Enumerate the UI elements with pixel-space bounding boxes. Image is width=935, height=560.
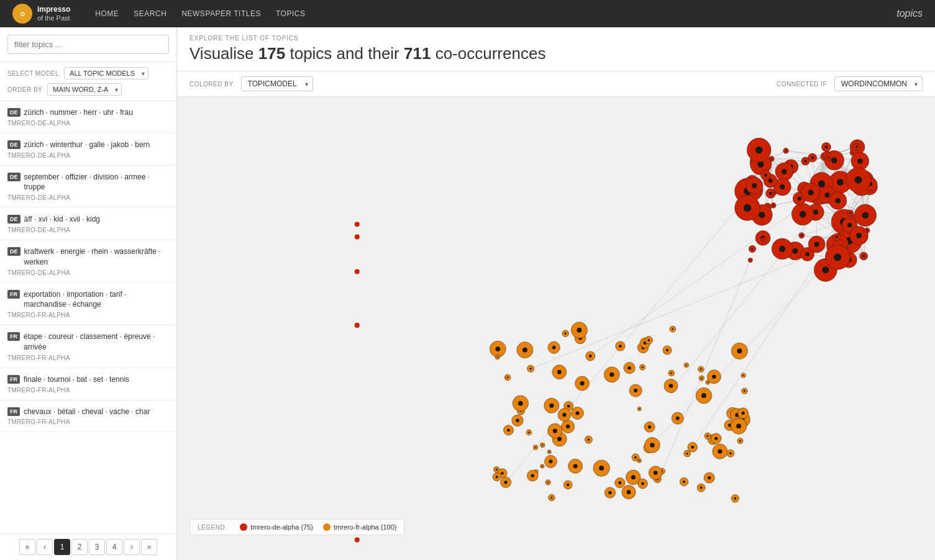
nav-topics[interactable]: TOPICS xyxy=(276,9,305,18)
node[interactable] xyxy=(500,477,511,487)
page-next-btn[interactable]: › xyxy=(124,539,140,555)
isolated-node[interactable] xyxy=(355,538,360,543)
nav-home[interactable]: HOME xyxy=(95,9,119,18)
node[interactable] xyxy=(731,418,747,434)
node[interactable] xyxy=(545,480,550,485)
node[interactable] xyxy=(575,376,590,391)
nav-newspaper-titles[interactable]: NEWSPAPER TITLES xyxy=(181,9,261,18)
node[interactable] xyxy=(684,450,691,457)
node[interactable] xyxy=(847,210,854,216)
node[interactable] xyxy=(544,455,557,467)
node[interactable] xyxy=(549,494,555,501)
node[interactable] xyxy=(664,379,678,393)
node[interactable] xyxy=(684,363,689,368)
node[interactable] xyxy=(731,495,739,503)
node[interactable] xyxy=(851,152,869,170)
page-btn-2[interactable]: 2 xyxy=(71,539,88,555)
node[interactable] xyxy=(825,245,850,269)
node[interactable] xyxy=(696,387,712,404)
node[interactable] xyxy=(711,433,721,444)
node[interactable] xyxy=(568,459,583,473)
node[interactable] xyxy=(697,484,705,492)
node[interactable] xyxy=(799,233,805,238)
node[interactable] xyxy=(791,203,813,225)
node[interactable] xyxy=(649,466,662,480)
node[interactable] xyxy=(563,481,572,489)
node[interactable] xyxy=(846,168,871,192)
node[interactable] xyxy=(735,196,760,221)
isolated-node[interactable] xyxy=(355,222,360,227)
node[interactable] xyxy=(705,433,711,439)
node[interactable] xyxy=(801,183,821,202)
node[interactable] xyxy=(738,408,749,418)
node[interactable] xyxy=(624,363,635,374)
node[interactable] xyxy=(853,143,860,150)
node[interactable] xyxy=(760,170,770,180)
node[interactable] xyxy=(540,464,544,468)
node[interactable] xyxy=(548,341,560,353)
node[interactable] xyxy=(512,415,523,426)
node[interactable] xyxy=(513,395,528,411)
node[interactable] xyxy=(571,407,583,420)
node[interactable] xyxy=(622,485,636,499)
node[interactable] xyxy=(808,153,817,162)
node[interactable] xyxy=(688,442,698,452)
topic-item[interactable]: FR finale · tournoi · bat · set · tennis… xyxy=(0,368,176,400)
node[interactable] xyxy=(637,459,642,463)
node[interactable] xyxy=(558,409,571,422)
node[interactable] xyxy=(495,355,500,359)
topic-item[interactable]: FR exportation · importation · tarif · m… xyxy=(0,283,176,326)
node[interactable] xyxy=(615,477,625,487)
node[interactable] xyxy=(668,370,675,376)
node[interactable] xyxy=(731,343,747,359)
node[interactable] xyxy=(533,445,538,450)
connected-if-select[interactable]: WORDINCOMMON xyxy=(834,76,923,91)
node[interactable] xyxy=(604,367,619,382)
node[interactable] xyxy=(544,398,559,413)
topic-item[interactable]: DE kraftwerk · energie · rhein · wasserk… xyxy=(0,240,176,283)
node[interactable] xyxy=(737,438,743,444)
node[interactable] xyxy=(517,342,533,358)
node[interactable] xyxy=(783,148,789,153)
topic-item[interactable]: DE zürich · nummer · herr · uhr · frau T… xyxy=(0,101,176,133)
filter-input[interactable] xyxy=(7,35,169,54)
node[interactable] xyxy=(741,373,746,378)
node[interactable] xyxy=(772,238,793,260)
node[interactable] xyxy=(585,436,592,443)
node[interactable] xyxy=(562,330,569,337)
page-last-btn[interactable]: » xyxy=(141,539,157,555)
node[interactable] xyxy=(638,479,648,489)
node[interactable] xyxy=(699,376,704,381)
node[interactable] xyxy=(727,449,734,457)
node[interactable] xyxy=(748,258,752,262)
node[interactable] xyxy=(503,425,513,435)
nav-search[interactable]: SEARCH xyxy=(134,9,166,18)
node[interactable] xyxy=(547,450,551,454)
node[interactable] xyxy=(644,422,655,432)
node[interactable] xyxy=(593,460,609,476)
node[interactable] xyxy=(713,444,727,459)
node[interactable] xyxy=(854,204,876,226)
node[interactable] xyxy=(746,177,763,194)
node[interactable] xyxy=(493,473,501,481)
page-first-btn[interactable]: « xyxy=(19,539,35,555)
node[interactable] xyxy=(504,374,511,381)
node[interactable] xyxy=(527,470,538,481)
order-by-select[interactable]: MAIN WORD, Z-A xyxy=(47,83,122,96)
node[interactable] xyxy=(670,326,676,332)
node[interactable] xyxy=(639,364,645,370)
page-btn-3[interactable]: 3 xyxy=(89,539,105,555)
page-btn-4[interactable]: 4 xyxy=(106,539,122,555)
node[interactable] xyxy=(742,388,748,394)
node[interactable] xyxy=(645,438,660,453)
isolated-node[interactable] xyxy=(355,323,360,328)
node[interactable] xyxy=(821,142,831,151)
colored-by-select[interactable]: TOPICMODEL xyxy=(241,76,313,91)
node[interactable] xyxy=(527,365,534,372)
isolated-node[interactable] xyxy=(355,269,360,274)
node[interactable] xyxy=(860,252,868,260)
topic-item[interactable]: DE äff · xvi · kid · xvii · kidg TMRERO-… xyxy=(0,208,176,240)
node[interactable] xyxy=(749,245,755,252)
node[interactable] xyxy=(706,380,710,384)
node[interactable] xyxy=(775,163,793,181)
